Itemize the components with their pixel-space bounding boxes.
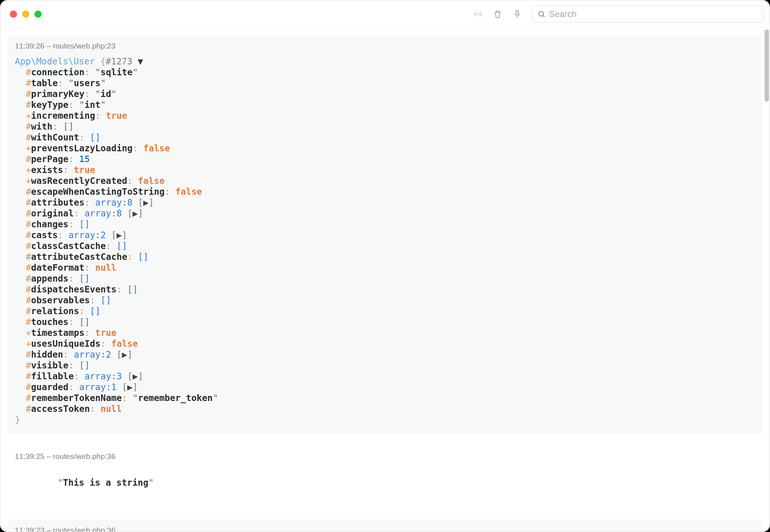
colon: : xyxy=(63,165,74,175)
dump-property-row: +usesUniqueIds: false xyxy=(15,338,755,349)
visibility-sigil: # xyxy=(26,284,31,295)
string-quote: " xyxy=(213,393,218,403)
bracket: [ xyxy=(122,382,127,392)
entry-meta: 11:39:25 – routes/web.php:36 xyxy=(15,448,755,466)
property-value: [] xyxy=(79,360,90,371)
search-field[interactable] xyxy=(532,6,764,22)
open-brace: { xyxy=(100,56,106,67)
property-value: [] xyxy=(117,241,127,251)
colon: : xyxy=(68,273,79,284)
dump-property-row: #primaryKey: "id" xyxy=(15,89,755,100)
dump-property-row: #appends: [] xyxy=(15,273,755,284)
property-key: rememberTokenName xyxy=(31,393,122,403)
entry-source: routes/web.php:36 xyxy=(53,526,116,532)
property-value: array:1 xyxy=(79,382,122,392)
property-key: fillable xyxy=(31,371,74,381)
expand-toggle[interactable]: [▶] xyxy=(111,230,127,240)
expand-toggle[interactable]: [▶] xyxy=(117,349,133,360)
dump-property-row: #attributes: array:8 [▶] xyxy=(15,197,755,208)
expand-arrow-icon: ▶ xyxy=(143,197,149,208)
property-value: true xyxy=(106,110,127,121)
dump-object-header[interactable]: App\Models\User {#1273 ▼ xyxy=(15,56,755,67)
visibility-sigil: # xyxy=(26,186,31,197)
dump-property-row: #perPage: 15 xyxy=(15,154,755,165)
dump-property-row: #rememberTokenName: "remember_token" xyxy=(15,393,755,404)
property-value: remember_token xyxy=(138,393,213,403)
colon: : xyxy=(84,197,95,208)
trash-icon[interactable] xyxy=(493,9,502,19)
visibility-sigil: # xyxy=(26,295,31,305)
scrollbar-thumb[interactable] xyxy=(765,29,769,102)
property-key: escapeWhenCastingToString xyxy=(31,186,165,197)
bracket: [ xyxy=(127,208,133,219)
search-input[interactable] xyxy=(549,9,758,19)
property-value: true xyxy=(95,328,117,338)
colon: : xyxy=(101,338,112,349)
visibility-sigil: # xyxy=(26,197,31,208)
property-value: [] xyxy=(127,284,138,295)
dump-property-row: #connection: "sqlite" xyxy=(15,67,755,78)
colon: : xyxy=(63,349,74,360)
dump-property-row: #hidden: array:2 [▶] xyxy=(15,349,755,360)
visibility-sigil: # xyxy=(26,360,31,371)
property-key: casts xyxy=(31,230,58,240)
property-key: touches xyxy=(31,317,68,327)
visibility-sigil: + xyxy=(26,176,31,186)
property-key: perPage xyxy=(31,154,68,164)
property-value: users xyxy=(74,78,101,88)
string-quote: " xyxy=(79,100,85,110)
bracket: ] xyxy=(138,371,143,381)
visibility-sigil: + xyxy=(26,110,31,121)
bracket: ] xyxy=(122,230,127,240)
close-brace: } xyxy=(15,414,20,425)
entry-timestamp: 11:39:26 xyxy=(15,42,45,50)
property-value: array:8 xyxy=(95,197,138,208)
entry-timestamp: 11:39:23 xyxy=(15,526,45,532)
maximize-window-button[interactable] xyxy=(34,10,42,18)
broadcast-icon[interactable] xyxy=(473,9,483,19)
visibility-sigil: # xyxy=(26,230,31,240)
property-value: false xyxy=(138,176,165,186)
dump-body: "This is a string" xyxy=(15,466,755,499)
property-value: false xyxy=(111,338,138,349)
svg-point-1 xyxy=(539,11,544,16)
colon: : xyxy=(127,252,138,262)
expand-arrow-icon: ▶ xyxy=(133,371,138,381)
property-value: [] xyxy=(138,252,149,262)
property-value: [] xyxy=(101,295,112,305)
property-key: guarded xyxy=(31,382,68,392)
string-quote: " xyxy=(95,89,101,99)
entry-source: routes/web.php:36 xyxy=(53,452,116,460)
dump-property-row: #withCount: [] xyxy=(15,132,755,143)
dump-property-row: +exists: true xyxy=(15,165,755,176)
close-window-button[interactable] xyxy=(10,10,17,18)
visibility-sigil: # xyxy=(26,89,31,99)
colon: : xyxy=(84,89,95,99)
visibility-sigil: # xyxy=(26,219,31,229)
expand-toggle[interactable]: [▶] xyxy=(138,197,154,208)
dump-string-value: This is a string xyxy=(63,477,148,488)
visibility-sigil: # xyxy=(26,273,31,284)
property-key: relations xyxy=(31,306,79,316)
colon: : xyxy=(74,208,85,219)
visibility-sigil: # xyxy=(26,154,31,164)
expand-toggle[interactable]: [▶] xyxy=(122,382,138,392)
collapse-caret-icon[interactable]: ▼ xyxy=(138,56,143,67)
property-key: connection xyxy=(31,67,85,77)
colon: : xyxy=(133,143,143,153)
colon: : xyxy=(68,154,79,164)
property-value: [] xyxy=(79,317,90,327)
expand-toggle[interactable]: [▶] xyxy=(127,208,143,219)
entry-meta-sep: – xyxy=(47,452,53,460)
entries-scroll-area[interactable]: 11:39:26 – routes/web.php:23 App\Models\… xyxy=(0,28,770,532)
colon: : xyxy=(84,262,95,273)
minimize-window-button[interactable] xyxy=(22,10,29,18)
property-key: incrementing xyxy=(31,110,95,121)
bracket: ] xyxy=(133,382,138,392)
pin-icon[interactable] xyxy=(512,9,522,19)
expand-toggle[interactable]: [▶] xyxy=(127,371,143,381)
colon: : xyxy=(165,186,176,197)
colon: : xyxy=(74,371,85,381)
property-value: array:2 xyxy=(68,230,111,240)
entry-timestamp: 11:39:25 xyxy=(15,452,45,460)
